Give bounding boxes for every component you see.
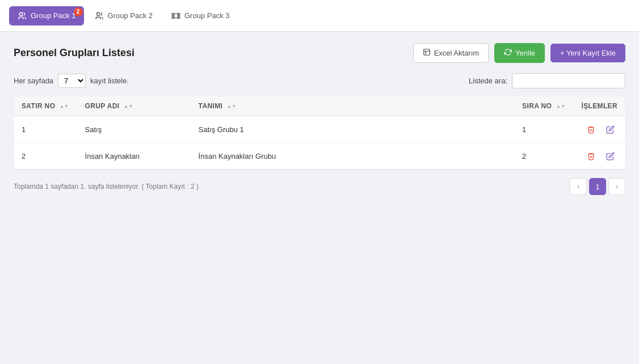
data-table: SATIR NO ▲▼ GRUP ADI ▲▼ TANIMI ▲▼ SIRA N… bbox=[14, 96, 625, 169]
new-record-label: + Yeni Kayıt Ekle bbox=[560, 49, 616, 57]
svg-rect-5 bbox=[178, 15, 178, 17]
tab-1-badge: 2 bbox=[74, 7, 83, 16]
cell-grup-0: Satış bbox=[77, 116, 191, 143]
sort-icon-satir[interactable]: ▲▼ bbox=[60, 104, 69, 109]
col-header-satir: SATIR NO ▲▼ bbox=[14, 96, 77, 116]
cell-satir-1: 2 bbox=[14, 143, 77, 170]
refresh-button[interactable]: Yenile bbox=[494, 43, 545, 63]
excel-export-button[interactable]: Excel Aktarım bbox=[413, 43, 489, 63]
table-row: 1 Satış Satış Grubu 1 1 bbox=[14, 116, 625, 143]
tab-group-pack-2[interactable]: Group Pack 2 bbox=[86, 6, 161, 26]
col-header-islemler: İŞLEMLER bbox=[573, 96, 625, 116]
new-record-button[interactable]: + Yeni Kayıt Ekle bbox=[550, 44, 625, 62]
excel-icon bbox=[423, 48, 431, 58]
col-header-grup: GRUP ADI ▲▼ bbox=[77, 96, 191, 116]
per-page-prefix: Her sayfada bbox=[14, 77, 53, 85]
cell-sira-0: 1 bbox=[514, 116, 573, 143]
col-header-sira: SIRA NO ▲▼ bbox=[514, 96, 573, 116]
cell-islemler-1 bbox=[573, 143, 625, 170]
users-icon-1 bbox=[17, 11, 27, 21]
page-title: Personel Grupları Listesi bbox=[14, 47, 134, 59]
cell-tanim-1: İnsan Kaynakları Grubu bbox=[191, 143, 514, 170]
search-control: Listede ara: bbox=[469, 73, 625, 88]
per-page-control: Her sayfada 7 10 25 50 kayıt listele. bbox=[14, 74, 129, 88]
sort-icon-tanim[interactable]: ▲▼ bbox=[227, 104, 237, 109]
controls-row: Her sayfada 7 10 25 50 kayıt listele. Li… bbox=[14, 73, 625, 88]
main-content: Personel Grupları Listesi Excel Aktarım bbox=[0, 32, 639, 209]
table-header-row: SATIR NO ▲▼ GRUP ADI ▲▼ TANIMI ▲▼ SIRA N… bbox=[14, 96, 625, 116]
cell-islemler-0 bbox=[573, 116, 625, 143]
svg-rect-4 bbox=[173, 15, 174, 17]
sort-icon-sira[interactable]: ▲▼ bbox=[556, 104, 566, 109]
cell-satir-0: 1 bbox=[14, 116, 77, 143]
tab-3-label: Group Pack 3 bbox=[184, 11, 230, 20]
svg-point-1 bbox=[96, 12, 99, 15]
users-icon-2 bbox=[94, 11, 104, 21]
refresh-button-label: Yenile bbox=[515, 49, 535, 57]
page-header: Personel Grupları Listesi Excel Aktarım bbox=[14, 43, 625, 63]
refresh-icon bbox=[504, 48, 512, 58]
edit-button-1[interactable] bbox=[603, 149, 617, 163]
svg-rect-6 bbox=[423, 49, 430, 56]
tab-1-label: Group Pack 1 bbox=[31, 11, 76, 20]
tab-group-pack-3[interactable]: Group Pack 3 bbox=[163, 6, 238, 26]
cell-sira-1: 2 bbox=[514, 143, 573, 170]
cell-tanim-0: Satış Grubu 1 bbox=[191, 116, 514, 143]
tab-bar: Group Pack 1 2 Group Pack 2 Group Pack 3 bbox=[0, 0, 639, 32]
dumbbell-icon bbox=[171, 11, 181, 21]
tab-group-pack-1[interactable]: Group Pack 1 2 bbox=[9, 6, 84, 26]
header-actions: Excel Aktarım Yenile + Yeni Kayıt Ekle bbox=[413, 43, 625, 63]
pagination-prev[interactable]: ‹ bbox=[570, 178, 587, 195]
tab-2-label: Group Pack 2 bbox=[108, 11, 153, 20]
pagination-next[interactable]: › bbox=[608, 178, 625, 195]
delete-button-1[interactable] bbox=[583, 149, 598, 163]
search-label: Listede ara: bbox=[469, 77, 507, 85]
excel-button-label: Excel Aktarım bbox=[434, 49, 479, 57]
pagination-row: Toplamda 1 sayfadan 1. sayfa listeleniyo… bbox=[14, 176, 625, 197]
svg-point-0 bbox=[19, 12, 22, 15]
table-row: 2 İnsan Kaynakları İnsan Kaynakları Grub… bbox=[14, 143, 625, 170]
pagination-controls: ‹ 1 › bbox=[570, 178, 625, 195]
sort-icon-grup[interactable]: ▲▼ bbox=[124, 104, 133, 109]
per-page-select[interactable]: 7 10 25 50 bbox=[58, 74, 86, 88]
cell-grup-1: İnsan Kaynakları bbox=[77, 143, 191, 170]
col-header-tanim: TANIMI ▲▼ bbox=[191, 96, 514, 116]
per-page-suffix: kayıt listele. bbox=[90, 77, 129, 85]
search-input[interactable] bbox=[512, 73, 625, 88]
edit-button-0[interactable] bbox=[603, 122, 617, 137]
delete-button-0[interactable] bbox=[583, 122, 598, 137]
pagination-page-1[interactable]: 1 bbox=[589, 178, 606, 195]
pagination-info: Toplamda 1 sayfadan 1. sayfa listeleniyo… bbox=[14, 183, 199, 191]
